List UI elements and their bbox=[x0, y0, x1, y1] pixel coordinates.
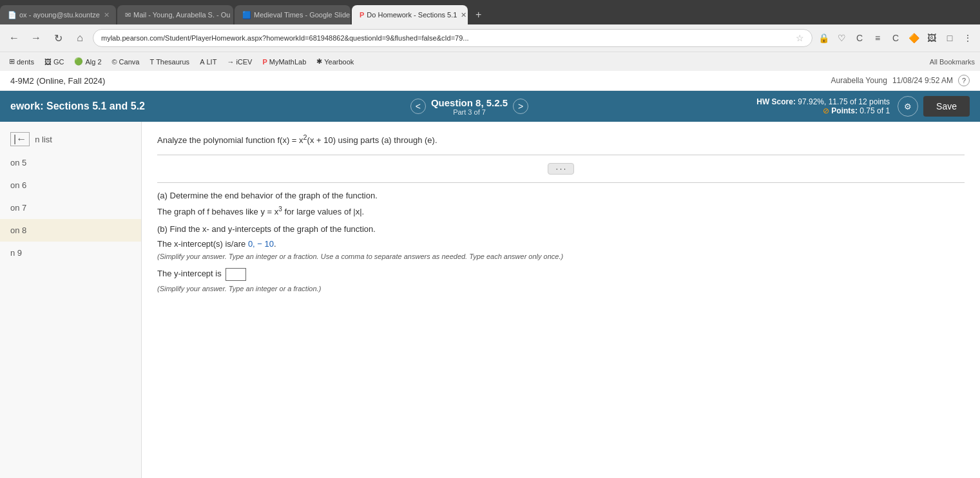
part-b-label: (b) Find the x- and y-intercepts of the … bbox=[157, 224, 965, 234]
extension-icon-8[interactable]: □ bbox=[943, 31, 957, 45]
bookmarks-bar: ⊞ dents 🖼 GC 🟢 Alg 2 © Canva T Thesaurus… bbox=[0, 52, 980, 71]
part-b-y-hint: (Simplify your answer. Type an integer o… bbox=[157, 285, 965, 292]
main-content: 4-9M2 (Online, Fall 2024) Aurabella Youn… bbox=[0, 71, 980, 478]
content-area: |← n list on 5 on 6 on 7 on 8 n 9 Analyz… bbox=[0, 122, 980, 478]
hw-score-value: 97.92%, 11.75 of 12 points bbox=[798, 97, 890, 106]
canva-icon: © bbox=[112, 58, 117, 66]
x-intercepts-value: 0, − 10 bbox=[248, 239, 274, 249]
browser-toolbar-icons: 🔒 ♡ C ≡ C 🔶 🖼 □ ⋮ bbox=[816, 31, 975, 45]
tab-1-close[interactable]: ✕ bbox=[104, 11, 110, 19]
address-bar: ← → ↻ ⌂ mylab.pearson.com/Student/Player… bbox=[0, 24, 980, 52]
forward-button[interactable]: → bbox=[27, 29, 45, 47]
tab-2[interactable]: ✉ Mail - Young, Aurabella S. - Ou ✕ bbox=[117, 5, 233, 24]
mymathlab-icon: P bbox=[262, 58, 267, 66]
bookmark-lit[interactable]: A LIT bbox=[196, 57, 220, 67]
hw-score-section: HW Score: 97.92%, 11.75 of 12 points ⊘ P… bbox=[748, 97, 890, 115]
bookmark-lit-label: LIT bbox=[206, 58, 216, 66]
bookmark-yearbook-label: Yearbook bbox=[324, 58, 354, 66]
expand-button[interactable]: · · · bbox=[548, 163, 574, 175]
settings-button[interactable]: ⚙ bbox=[898, 96, 918, 117]
extension-icon-7[interactable]: 🖼 bbox=[925, 31, 939, 45]
bookmark-thesaurus-label: Thesaurus bbox=[156, 58, 189, 66]
bookmark-star-icon[interactable]: ☆ bbox=[796, 33, 804, 43]
next-question-button[interactable]: > bbox=[513, 99, 528, 114]
tab-2-label: Mail - Young, Aurabella S. - Ou bbox=[133, 11, 230, 19]
hw-title: ework: Sections 5.1 and 5.2 bbox=[10, 100, 191, 112]
hw-actions: ⚙ Save bbox=[898, 96, 970, 117]
prev-question-button[interactable]: < bbox=[410, 99, 426, 114]
question-instructions: Analyze the polynomial function f(x) = x… bbox=[157, 132, 965, 147]
tab-4-icon: P bbox=[360, 11, 364, 19]
menu-icon[interactable]: ⋮ bbox=[961, 31, 975, 45]
bookmark-gc-label: GC bbox=[53, 58, 64, 66]
part-b-y-answer: The y-intercept is bbox=[157, 268, 965, 281]
points-value: 0.75 of 1 bbox=[860, 106, 890, 115]
tab-1[interactable]: 📄 ox - ayoung@stu.kountze ✕ bbox=[0, 5, 116, 24]
points-label: Points: bbox=[831, 106, 858, 115]
sidebar-item-0[interactable]: on 5 bbox=[0, 151, 141, 174]
tab-bar: 📄 ox - ayoung@stu.kountze ✕ ✉ Mail - You… bbox=[0, 0, 980, 24]
extension-icon-2[interactable]: ♡ bbox=[834, 31, 849, 45]
user-date: 11/08/24 9:52 AM bbox=[892, 76, 953, 85]
all-bookmarks-link[interactable]: All Bookmarks bbox=[930, 58, 975, 66]
part-a-label: (a) Determine the end behavior of the gr… bbox=[157, 191, 965, 200]
icev-icon: → bbox=[227, 58, 234, 66]
user-bar: Aurabella Young 11/08/24 9:52 AM ? bbox=[831, 75, 970, 86]
url-bar[interactable]: mylab.pearson.com/Student/PlayerHomework… bbox=[93, 29, 812, 47]
thesaurus-icon: T bbox=[149, 58, 154, 66]
tab-4-close[interactable]: ✕ bbox=[461, 11, 466, 19]
sidebar-item-1[interactable]: on 6 bbox=[0, 174, 141, 196]
part-a-answer: The graph of f behaves like y = x3 for l… bbox=[157, 206, 965, 216]
bookmark-mymathlab-label: MyMathLab bbox=[269, 58, 306, 66]
back-button[interactable]: ← bbox=[5, 29, 23, 47]
tab-3[interactable]: 🟦 Medieval Times - Google Slides ✕ bbox=[235, 5, 351, 24]
extension-icon-1[interactable]: 🔒 bbox=[816, 31, 831, 45]
points-icon: ⊘ bbox=[823, 106, 829, 115]
tab-4[interactable]: P Do Homework - Sections 5.1 ✕ bbox=[352, 5, 468, 24]
bookmark-canva-label: Canva bbox=[119, 58, 140, 66]
bookmark-thesaurus[interactable]: T Thesaurus bbox=[146, 57, 193, 67]
tab-1-label: ox - ayoung@stu.kountze bbox=[19, 11, 100, 19]
bookmark-canva[interactable]: © Canva bbox=[108, 57, 144, 67]
bookmark-alg2[interactable]: 🟢 Alg 2 bbox=[70, 56, 105, 67]
save-button[interactable]: Save bbox=[923, 96, 970, 117]
lit-icon: A bbox=[200, 58, 204, 66]
tab-3-icon: 🟦 bbox=[242, 11, 251, 19]
alg2-icon: 🟢 bbox=[74, 57, 83, 66]
bookmark-icev[interactable]: → iCEV bbox=[223, 57, 256, 67]
divider-1 bbox=[157, 155, 965, 155]
sidebar-item-4[interactable]: n 9 bbox=[0, 242, 141, 264]
yearbook-icon: ✱ bbox=[316, 57, 322, 66]
question-content: Analyze the polynomial function f(x) = x… bbox=[142, 122, 980, 478]
part-b-x-answer: The x-intercept(s) is/are 0, − 10. bbox=[157, 239, 965, 249]
hw-header: ework: Sections 5.1 and 5.2 < Question 8… bbox=[0, 91, 980, 122]
divider-2 bbox=[157, 182, 965, 183]
extension-icon-3[interactable]: C bbox=[852, 31, 867, 45]
extension-icon-5[interactable]: C bbox=[889, 31, 903, 45]
user-name: Aurabella Young bbox=[831, 76, 887, 85]
bookmark-icev-label: iCEV bbox=[236, 58, 252, 66]
new-tab-button[interactable]: + bbox=[469, 5, 488, 24]
help-icon[interactable]: ? bbox=[958, 75, 970, 86]
y-intercept-input[interactable] bbox=[226, 268, 246, 281]
bookmark-dents[interactable]: ⊞ dents bbox=[5, 56, 38, 67]
bookmark-gc[interactable]: 🖼 GC bbox=[41, 57, 68, 67]
bookmark-mymathlab[interactable]: P MyMathLab bbox=[258, 57, 310, 67]
dents-icon: ⊞ bbox=[9, 57, 15, 66]
tab-4-label: Do Homework - Sections 5.1 bbox=[367, 11, 457, 19]
home-button[interactable]: ⌂ bbox=[71, 29, 89, 47]
gc-icon: 🖼 bbox=[44, 58, 52, 66]
extension-icon-4[interactable]: ≡ bbox=[870, 31, 885, 45]
bookmark-yearbook[interactable]: ✱ Yearbook bbox=[312, 56, 358, 67]
extension-icon-6[interactable]: 🔶 bbox=[907, 31, 921, 45]
sidebar-title: n list bbox=[35, 135, 52, 144]
tab-1-icon: 📄 bbox=[8, 11, 17, 19]
sidebar-item-3[interactable]: on 8 bbox=[0, 219, 141, 242]
question-part: Part 3 of 7 bbox=[431, 108, 508, 116]
part-b-x-hint: (Simplify your answer. Type an integer o… bbox=[157, 253, 965, 260]
question-nav: < Question 8, 5.2.5 Part 3 of 7 > bbox=[198, 97, 740, 116]
sidebar-item-2[interactable]: on 7 bbox=[0, 196, 141, 219]
collapse-icon[interactable]: |← bbox=[10, 132, 30, 146]
sidebar-header: |← n list bbox=[0, 127, 141, 151]
reload-button[interactable]: ↻ bbox=[49, 29, 67, 47]
